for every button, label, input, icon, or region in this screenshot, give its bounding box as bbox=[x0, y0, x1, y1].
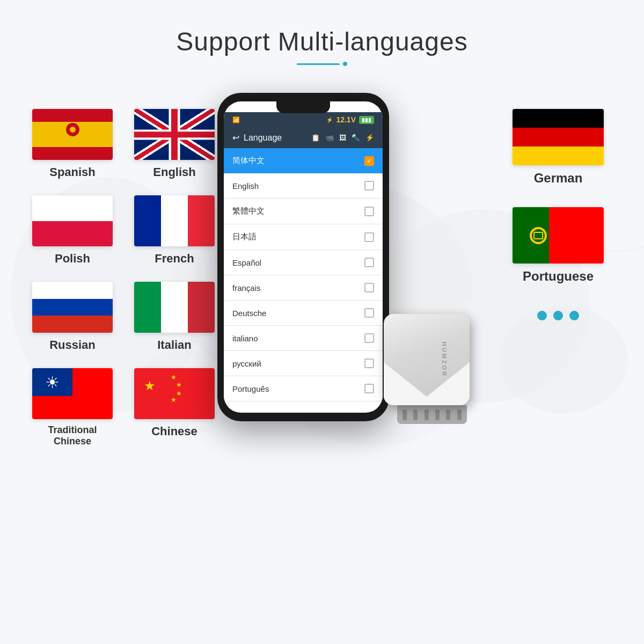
status-bar: 📶 ⚡ 12.1V ▮▮▮ bbox=[224, 112, 383, 127]
checkbox-espanol[interactable] bbox=[364, 258, 374, 267]
lang-deutsche: Deutsche bbox=[232, 309, 266, 318]
lang-row-espanol[interactable]: Español bbox=[224, 250, 383, 275]
left-flags-grid: Spanish bbox=[32, 98, 193, 447]
app-header-left: ↩ Language bbox=[232, 133, 282, 143]
flag-german bbox=[513, 109, 604, 165]
lang-row-russian[interactable]: русский bbox=[224, 351, 383, 376]
checkbox-portugues[interactable] bbox=[364, 384, 374, 393]
flag-label-french: French bbox=[155, 252, 194, 266]
lang-portugues: Português bbox=[232, 384, 269, 393]
flag-label-polish: Polish bbox=[55, 252, 90, 266]
wifi-icon: 📶 bbox=[232, 116, 240, 123]
flag-label-portuguese: Portuguese bbox=[523, 269, 594, 284]
flag-portuguese bbox=[513, 207, 604, 264]
obd-body: HUMZOR bbox=[384, 314, 470, 405]
back-arrow-icon[interactable]: ↩ bbox=[232, 133, 239, 143]
lang-english: English bbox=[232, 181, 259, 191]
flag-item-german: German bbox=[513, 109, 604, 186]
flag-label-russian: Russian bbox=[49, 338, 96, 352]
lang-russian: русский bbox=[232, 359, 261, 368]
checkbox-russian[interactable] bbox=[364, 358, 374, 368]
battery-icon: ▮▮▮ bbox=[359, 116, 374, 124]
flag-polish bbox=[32, 195, 113, 246]
voltage-display: 12.1V bbox=[336, 115, 356, 124]
flag-label-italian: Italian bbox=[157, 338, 192, 352]
obd-v-shape bbox=[384, 362, 470, 405]
lang-row-english[interactable]: English bbox=[224, 173, 383, 199]
lang-row-italiano[interactable]: italiano bbox=[224, 326, 383, 351]
checkbox-italiano[interactable] bbox=[364, 333, 374, 343]
obd-device: HUMZOR bbox=[384, 314, 480, 421]
language-list: English 繁體中文 日本語 bbox=[224, 173, 383, 401]
right-flags-column: German Portuguese bbox=[504, 98, 612, 320]
obd-connector bbox=[397, 405, 467, 424]
video-icon[interactable]: 📹 bbox=[325, 134, 334, 142]
flag-spanish bbox=[32, 109, 113, 160]
dot-2 bbox=[553, 311, 563, 320]
app-header-title: Language bbox=[244, 133, 282, 143]
lang-row-portugues[interactable]: Português bbox=[224, 376, 383, 401]
lang-francais: français bbox=[232, 283, 261, 292]
status-icons: ⚡ 12.1V ▮▮▮ bbox=[326, 115, 374, 124]
phone-body: 📶 ⚡ 12.1V ▮▮▮ ↩ bbox=[217, 93, 389, 421]
phone-screen: 📶 ⚡ 12.1V ▮▮▮ ↩ bbox=[224, 101, 383, 413]
page-header: Support Multi-languages bbox=[0, 0, 644, 77]
lang-espanol: Español bbox=[232, 258, 261, 267]
flag-item-spanish: Spanish bbox=[32, 109, 113, 179]
lang-tw-chinese: 繁體中文 bbox=[232, 206, 265, 216]
checkbox-francais[interactable] bbox=[364, 283, 374, 292]
page-title: Support Multi-languages bbox=[0, 27, 644, 56]
phone-notch bbox=[276, 101, 330, 113]
lang-row-francais[interactable]: français bbox=[224, 275, 383, 301]
lang-row-japanese[interactable]: 日本語 bbox=[224, 224, 383, 250]
app-header-icons: 📋 📹 🖼 🔦 ⚡ bbox=[311, 134, 374, 142]
center-area: 📶 ⚡ 12.1V ▮▮▮ ↩ bbox=[193, 98, 504, 421]
checkbox-japanese[interactable] bbox=[364, 232, 374, 242]
checkbox-tw-chinese[interactable] bbox=[364, 207, 374, 216]
lang-italiano: italiano bbox=[232, 334, 258, 343]
lang-row-deutsche[interactable]: Deutsche bbox=[224, 301, 383, 326]
flag-item-polish: Polish bbox=[32, 195, 113, 266]
flag-russian bbox=[32, 282, 113, 333]
flag-label-german: German bbox=[534, 171, 583, 186]
checkbox-english[interactable] bbox=[364, 181, 374, 191]
flag-item-russian: Russian bbox=[32, 282, 113, 352]
image-icon[interactable]: 🖼 bbox=[339, 134, 346, 142]
pagination-dots bbox=[537, 311, 579, 320]
flag-item-chinese: ★ ★ ★ ★ ★ Chinese bbox=[134, 368, 215, 447]
flag-label-traditional-chinese: TraditionalChinese bbox=[48, 425, 97, 447]
flag-label-chinese: Chinese bbox=[151, 425, 197, 438]
app-header: ↩ Language 📋 📹 🖼 🔦 ⚡ bbox=[224, 127, 383, 148]
dot-3 bbox=[569, 311, 579, 320]
flag-item-traditional-chinese: ☀ TraditionalChinese bbox=[32, 368, 113, 447]
lang-row-tw-chinese[interactable]: 繁體中文 bbox=[224, 199, 383, 224]
flag-label-english: English bbox=[153, 165, 195, 179]
obd-brand-text: HUMZOR bbox=[441, 342, 448, 377]
underline-bar bbox=[297, 63, 340, 65]
flag-label-spanish: Spanish bbox=[49, 165, 96, 179]
checkbox-deutsche[interactable] bbox=[364, 308, 374, 318]
flash-icon[interactable]: 🔦 bbox=[352, 134, 360, 142]
dot-1 bbox=[537, 311, 547, 320]
flag-chinese: ★ ★ ★ ★ ★ bbox=[134, 368, 215, 419]
flag-item-portuguese: Portuguese bbox=[513, 207, 604, 284]
lang-japanese: 日本語 bbox=[232, 232, 257, 242]
selected-language-text: 简体中文 bbox=[232, 156, 265, 166]
phone-obd-area: 📶 ⚡ 12.1V ▮▮▮ ↩ bbox=[217, 98, 480, 421]
page-content: Support Multi-languages bbox=[0, 0, 644, 644]
header-decoration bbox=[0, 62, 644, 66]
bluetooth-icon: ⚡ bbox=[326, 117, 333, 123]
main-layout: Spanish bbox=[0, 77, 644, 644]
note-icon[interactable]: 📋 bbox=[311, 134, 320, 142]
flag-traditional-chinese: ☀ bbox=[32, 368, 113, 419]
bluetooth-app-icon[interactable]: ⚡ bbox=[365, 134, 374, 142]
phone-mockup: 📶 ⚡ 12.1V ▮▮▮ ↩ bbox=[217, 93, 400, 421]
flag-english bbox=[134, 109, 215, 160]
checkbox-checked: ✓ bbox=[364, 156, 374, 166]
underline-dot bbox=[343, 62, 347, 66]
selected-language-row[interactable]: 简体中文 ✓ bbox=[224, 148, 383, 173]
